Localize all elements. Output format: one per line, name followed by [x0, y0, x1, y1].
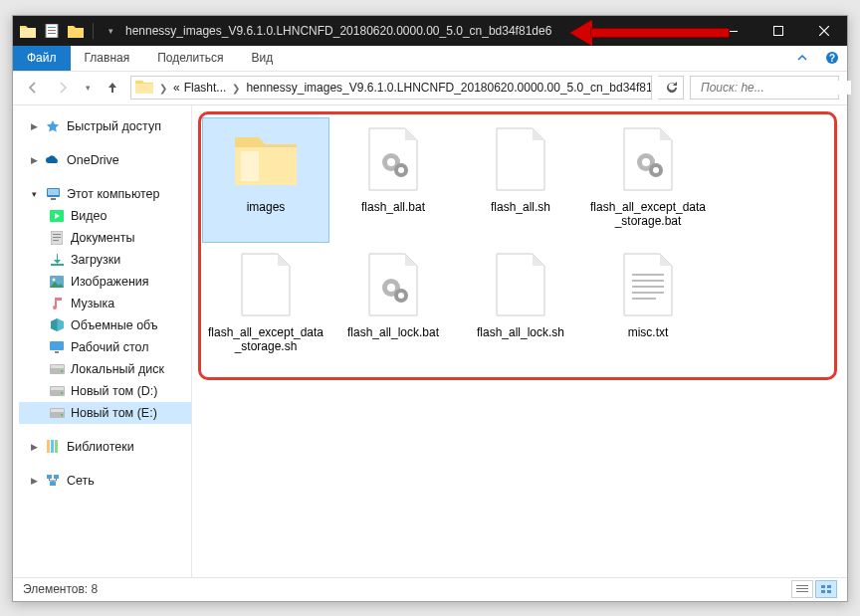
search-input[interactable]: [701, 81, 851, 95]
breadcrumb-root[interactable]: Flasht...: [184, 81, 227, 95]
file-label: misc.txt: [628, 325, 669, 339]
sidebar-item-vol-d[interactable]: Новый том (D:): [19, 380, 191, 402]
svg-rect-15: [53, 237, 61, 238]
file-item[interactable]: flash_all.sh: [457, 117, 584, 243]
sidebar-item-label: Новый том (D:): [71, 384, 158, 398]
sidebar-item-vol-e[interactable]: Новый том (E:): [19, 402, 191, 424]
ribbon-tabs: Файл Главная Поделиться Вид ?: [13, 46, 847, 72]
sidebar-item-videos[interactable]: Видео: [19, 205, 191, 227]
view-icons-button[interactable]: [815, 580, 837, 598]
svg-point-46: [387, 284, 395, 292]
svg-point-24: [61, 370, 63, 372]
svg-rect-36: [50, 482, 56, 486]
window-controls: [710, 16, 847, 46]
computer-icon: [45, 186, 61, 202]
address-bar[interactable]: ❯ « Flasht... ❯ hennessy_images_V9.6.1.0…: [130, 76, 652, 100]
svg-point-38: [387, 158, 395, 166]
titlebar[interactable]: ▾ hennessy_images_V9.6.1.0.LHNCNFD_20180…: [13, 16, 847, 46]
nav-back-button[interactable]: [21, 76, 45, 100]
breadcrumb-folder[interactable]: hennessy_images_V9.6.1.0.LHNCNFD_2018062…: [246, 81, 652, 95]
sidebar-item-label: Новый том (E:): [71, 406, 157, 420]
chevron-right-icon[interactable]: ▶: [29, 155, 39, 165]
sidebar-item-libraries[interactable]: ▶ Библиотеки: [19, 436, 191, 458]
qat-dropdown-icon[interactable]: ▾: [100, 20, 121, 42]
close-button[interactable]: [801, 16, 847, 46]
breadcrumb-prefix: «: [173, 81, 180, 95]
refresh-button[interactable]: [658, 76, 684, 100]
sidebar-item-documents[interactable]: Документы: [19, 227, 191, 249]
network-icon: [45, 473, 61, 489]
file-large-icon: [358, 124, 428, 194]
separator: [93, 23, 94, 39]
sidebar-item-label: Объемные объ: [71, 318, 158, 332]
sidebar-item-3dobjects[interactable]: Объемные объ: [19, 314, 191, 336]
nav-recent-dropdown[interactable]: ▾: [81, 76, 95, 100]
svg-rect-57: [821, 585, 825, 588]
folder-small-icon[interactable]: [65, 20, 87, 42]
file-item[interactable]: flash_all_except_data_storage.bat: [584, 117, 712, 243]
sidebar-item-localdisk[interactable]: Локальный диск: [19, 358, 191, 380]
file-large-icon: [358, 250, 428, 319]
svg-rect-14: [53, 234, 61, 235]
svg-rect-5: [774, 26, 783, 35]
chevron-right-icon[interactable]: ▶: [29, 442, 39, 452]
music-icon: [49, 296, 65, 311]
svg-rect-33: [55, 440, 58, 453]
chevron-down-icon[interactable]: ▾: [29, 189, 39, 199]
sidebar-item-quick-access[interactable]: ▶ Быстрый доступ: [19, 115, 191, 137]
svg-rect-53: [632, 298, 656, 300]
svg-point-27: [61, 392, 63, 394]
help-icon[interactable]: ?: [817, 46, 847, 71]
svg-point-40: [398, 167, 404, 173]
maximize-button[interactable]: [755, 16, 801, 46]
file-large-icon: [613, 124, 683, 194]
file-item[interactable]: flash_all.bat: [329, 117, 457, 243]
svg-rect-11: [51, 198, 56, 200]
svg-rect-54: [796, 585, 808, 586]
sidebar-item-network[interactable]: ▶ Сеть: [19, 470, 191, 492]
folder-icon: [17, 20, 39, 42]
svg-rect-3: [48, 33, 56, 34]
svg-rect-21: [55, 351, 59, 353]
view-switcher: [791, 580, 837, 598]
sidebar-item-thispc[interactable]: ▾ Этот компьютер: [19, 183, 191, 205]
minimize-button[interactable]: [710, 16, 755, 46]
svg-point-42: [642, 158, 650, 166]
svg-rect-32: [51, 440, 54, 453]
drive-icon: [49, 361, 65, 377]
sidebar-item-onedrive[interactable]: ▶ OneDrive: [19, 149, 191, 171]
properties-icon[interactable]: [41, 20, 63, 42]
file-label: flash_all_lock.sh: [477, 325, 564, 339]
cube-icon: [49, 317, 65, 333]
file-item[interactable]: flash_all_except_data_storage.sh: [202, 243, 329, 368]
file-large-icon: [231, 250, 301, 319]
sidebar-item-downloads[interactable]: Загрузки: [19, 249, 191, 271]
file-item[interactable]: misc.txt: [584, 243, 712, 368]
svg-rect-23: [51, 365, 64, 368]
file-item[interactable]: flash_all_lock.bat: [329, 243, 457, 368]
ribbon-expand-icon[interactable]: [787, 46, 817, 71]
tab-view[interactable]: Вид: [237, 46, 287, 71]
nav-forward-button[interactable]: [51, 76, 75, 100]
file-list[interactable]: imagesflash_all.batflash_all.shflash_all…: [192, 105, 847, 577]
navigation-pane[interactable]: ▶ Быстрый доступ ▶ OneDrive ▾ Этот компь…: [13, 105, 192, 577]
svg-point-19: [53, 278, 56, 281]
nav-up-button[interactable]: [101, 76, 124, 100]
chevron-right-icon[interactable]: ❯: [157, 83, 169, 94]
svg-rect-31: [47, 440, 50, 453]
chevron-right-icon[interactable]: ▶: [29, 121, 39, 131]
sidebar-item-pictures[interactable]: Изображения: [19, 271, 191, 293]
chevron-right-icon[interactable]: ❯: [230, 83, 242, 94]
svg-rect-17: [51, 264, 64, 266]
sidebar-item-music[interactable]: Музыка: [19, 293, 191, 314]
tab-file[interactable]: Файл: [13, 46, 71, 71]
svg-rect-55: [796, 588, 808, 589]
file-item[interactable]: images: [202, 117, 329, 243]
search-box[interactable]: [690, 76, 839, 100]
file-item[interactable]: flash_all_lock.sh: [457, 243, 584, 368]
view-details-button[interactable]: [791, 580, 813, 598]
chevron-right-icon[interactable]: ▶: [29, 476, 39, 486]
sidebar-item-desktop[interactable]: Рабочий стол: [19, 336, 191, 358]
tab-share[interactable]: Поделиться: [143, 46, 237, 71]
tab-home[interactable]: Главная: [71, 46, 144, 71]
